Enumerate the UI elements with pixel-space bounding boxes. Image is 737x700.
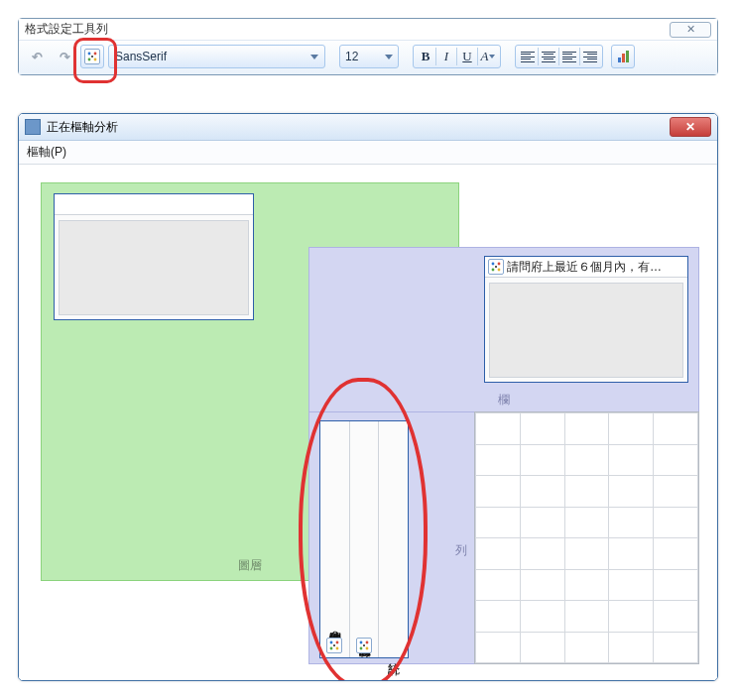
font-family-value: SansSerif <box>115 50 167 63</box>
window-icon <box>25 119 41 135</box>
pivot-canvas: 圖層 請問府上最近６個月內，有… 欄 請問您 <box>19 165 717 680</box>
pivot-icon <box>326 638 342 653</box>
svg-rect-19 <box>363 644 365 646</box>
italic-button[interactable]: I <box>436 48 457 65</box>
pivot-menu-bar: 樞軸(P) <box>19 141 717 165</box>
pivot-icon <box>356 638 372 653</box>
svg-point-13 <box>336 647 339 650</box>
bold-button[interactable]: B <box>416 48 436 65</box>
font-size-select[interactable]: 12 <box>339 45 399 68</box>
svg-point-18 <box>366 647 369 650</box>
pivot-menu-item[interactable]: 樞軸(P) <box>27 145 66 159</box>
svg-point-6 <box>498 263 501 266</box>
svg-rect-9 <box>495 266 497 268</box>
pivot-icon <box>488 259 504 275</box>
align-middle-button[interactable] <box>539 48 559 65</box>
svg-point-8 <box>498 269 501 272</box>
align-right-button[interactable] <box>580 48 600 65</box>
toolbar-body: ↶ ↷ SansSerif 12 B I U A <box>19 40 717 74</box>
redo-button[interactable]: ↷ <box>53 45 76 68</box>
column-field-label: 請問府上最近６個月內，有… <box>507 259 662 276</box>
alignment-group <box>515 45 603 68</box>
font-family-select[interactable]: SansSerif <box>108 45 325 68</box>
svg-point-15 <box>360 642 363 644</box>
pivot-titlebar: 正在樞軸分析 ✕ <box>19 114 717 141</box>
formatting-toolbar-window: 格式設定工具列 ✕ ↶ ↷ SansSerif 12 B I U A <box>18 18 718 75</box>
pivot-icon <box>84 49 100 64</box>
column-drop-zone[interactable]: 請問府上最近６個月內，有… 欄 <box>308 247 699 413</box>
svg-point-16 <box>366 642 369 644</box>
underline-button[interactable]: U <box>457 48 478 65</box>
row-field-label: 請問您的性別？ <box>326 623 343 635</box>
svg-point-12 <box>330 647 333 650</box>
bar-chart-icon <box>618 51 629 62</box>
pivot-close-button[interactable]: ✕ <box>670 117 711 137</box>
undo-button[interactable]: ↶ <box>25 45 49 68</box>
layer-field-box[interactable] <box>54 193 254 320</box>
row-drop-zone[interactable]: 請問您的性別？ 請問您的教育程度 <box>308 411 476 664</box>
chevron-down-icon <box>385 55 393 59</box>
column-zone-label: 欄 <box>309 392 698 408</box>
svg-point-7 <box>492 269 495 272</box>
chevron-down-icon <box>489 55 495 58</box>
svg-point-1 <box>94 53 97 56</box>
svg-point-5 <box>492 263 495 266</box>
toolbar-titlebar: 格式設定工具列 ✕ <box>19 19 717 40</box>
font-size-value: 12 <box>345 50 358 63</box>
pivot-tray-button[interactable] <box>80 45 104 68</box>
column-field-box[interactable]: 請問府上最近６個月內，有… <box>484 256 688 383</box>
text-style-group: B I U A <box>413 45 501 68</box>
font-color-button[interactable]: A <box>478 48 498 65</box>
chart-button[interactable] <box>611 45 635 68</box>
data-cells-grid <box>474 411 699 664</box>
align-top-button[interactable] <box>518 48 539 65</box>
toolbar-title-text: 格式設定工具列 <box>25 21 108 38</box>
svg-point-11 <box>336 642 339 644</box>
svg-rect-4 <box>91 56 93 58</box>
pivot-title-text: 正在樞軸分析 <box>47 119 118 136</box>
row-zone-label: 列 <box>452 534 469 542</box>
svg-point-2 <box>88 58 91 61</box>
svg-rect-14 <box>333 644 335 646</box>
toolbar-close-button[interactable]: ✕ <box>670 22 711 38</box>
svg-point-10 <box>330 642 333 644</box>
pivot-dialog: 正在樞軸分析 ✕ 樞軸(P) 圖層 請問府上最近６個月內，有… <box>18 113 718 681</box>
svg-point-0 <box>88 53 91 56</box>
svg-point-3 <box>94 58 97 61</box>
align-left-button[interactable] <box>559 48 580 65</box>
chevron-down-icon <box>310 55 318 59</box>
row-field-box[interactable]: 請問您的性別？ 請問您的教育程度 <box>319 420 409 658</box>
svg-point-17 <box>360 647 363 650</box>
